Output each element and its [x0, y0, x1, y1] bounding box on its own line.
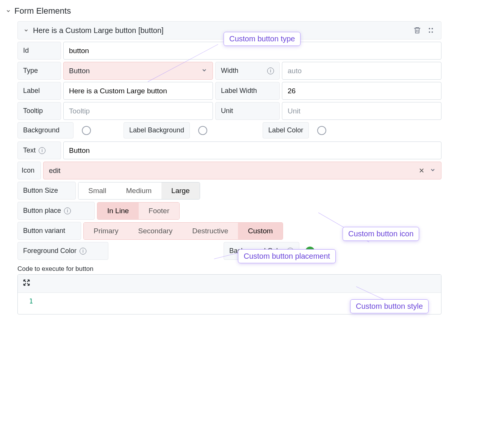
field-label-buttonsize: Button Size: [17, 182, 76, 200]
field-label-width: Width i: [215, 62, 280, 80]
field-label-icon: Icon: [17, 162, 41, 179]
variant-option-primary[interactable]: Primary: [84, 223, 128, 239]
field-label-type: Type: [17, 62, 61, 80]
tooltip-input[interactable]: [63, 102, 213, 120]
field-label-buttonplace: Button place i: [17, 202, 95, 220]
code-gutter: 1: [18, 293, 37, 314]
delete-button[interactable]: [412, 25, 422, 35]
callout-type: Custom button type: [224, 32, 301, 46]
field-label-label: Label: [17, 82, 61, 100]
field-label-labelcolor: Label Color: [263, 122, 309, 138]
svg-point-3: [432, 31, 433, 33]
info-icon[interactable]: i: [39, 147, 45, 154]
section-toggle[interactable]: Form Elements: [4, 4, 441, 21]
button-size-group: Small Medium Large: [78, 182, 200, 200]
field-label-labelbg: Label Background: [124, 122, 190, 138]
icon-select-value: edit: [49, 167, 413, 175]
chevron-down-icon: [201, 67, 207, 75]
button-place-group: In Line Footer: [97, 202, 180, 220]
callout-icon: Custom button icon: [343, 227, 419, 241]
label-width-input[interactable]: [282, 82, 441, 100]
size-option-small[interactable]: Small: [78, 182, 116, 199]
field-label-unit: Unit: [215, 102, 280, 120]
field-label-background: Background: [17, 122, 74, 138]
svg-point-0: [429, 28, 430, 30]
field-label-tooltip: Tooltip: [17, 102, 61, 120]
chevron-down-icon: [23, 27, 29, 33]
label-color-picker[interactable]: [317, 126, 326, 135]
icon-select[interactable]: edit ✕: [43, 162, 441, 179]
variant-option-custom[interactable]: Custom: [238, 223, 282, 239]
size-option-medium[interactable]: Medium: [116, 182, 162, 199]
place-option-footer[interactable]: Footer: [139, 203, 179, 219]
unit-input[interactable]: [282, 102, 441, 120]
svg-point-2: [429, 31, 430, 33]
background-color-picker[interactable]: [82, 126, 91, 135]
svg-point-1: [432, 28, 433, 30]
field-label-text: Text i: [17, 141, 61, 159]
chevron-down-icon: [430, 167, 436, 175]
info-icon[interactable]: i: [80, 248, 86, 255]
field-label-labelwidth: Label Width: [215, 82, 280, 100]
type-select-value: Button: [69, 67, 197, 75]
text-input[interactable]: [63, 141, 441, 159]
callout-placement: Custom button placement: [238, 249, 336, 263]
clear-icon[interactable]: ✕: [417, 167, 426, 175]
label-input[interactable]: [63, 82, 213, 100]
field-label-id: Id: [17, 42, 61, 60]
section-title: Form Elements: [14, 6, 71, 16]
field-label-fgcolor: Foreground Color i: [17, 242, 108, 260]
width-input[interactable]: [282, 62, 441, 80]
code-section-label: Code to execute for button: [17, 262, 441, 274]
drag-handle-icon[interactable]: [426, 25, 436, 35]
variant-option-secondary[interactable]: Secondary: [128, 223, 182, 239]
place-option-inline[interactable]: In Line: [97, 203, 139, 219]
info-icon[interactable]: i: [64, 207, 71, 214]
callout-style: Custom button style: [350, 299, 429, 313]
size-option-large[interactable]: Large: [161, 182, 200, 199]
variant-option-destructive[interactable]: Destructive: [182, 223, 238, 239]
label-background-color-picker[interactable]: [198, 126, 207, 135]
expand-icon[interactable]: [22, 281, 31, 288]
info-icon[interactable]: i: [267, 68, 274, 74]
chevron-down-icon: [5, 8, 11, 14]
button-variant-group: Primary Secondary Destructive Custom: [83, 222, 283, 240]
element-title: Here is a Custom Large button [button]: [33, 26, 164, 35]
type-select[interactable]: Button: [63, 62, 213, 80]
field-label-buttonvariant: Button variant: [17, 222, 81, 240]
